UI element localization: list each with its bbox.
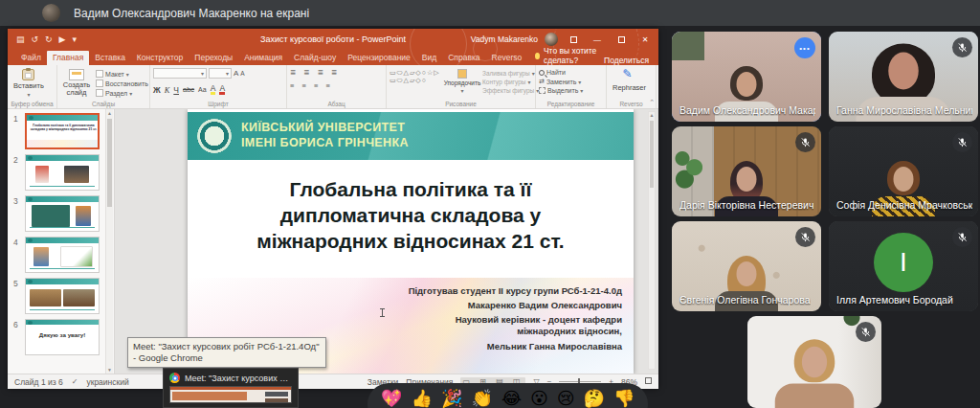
redo-icon[interactable]: ↻ [45, 29, 53, 50]
thumbnail-slide-3[interactable] [25, 195, 100, 232]
section-button[interactable]: Раздел▾ [96, 89, 148, 97]
tab-review[interactable]: Рецензирование [342, 51, 416, 65]
tab-slideshow[interactable]: Слайд-шоу [288, 51, 342, 65]
replace-button[interactable]: ⇄Заменить▾ [539, 78, 603, 85]
font-name-select[interactable]: ▾ [153, 68, 207, 79]
reaction-thumbs-down[interactable]: 👎 [613, 388, 635, 408]
participant-tile-bottom[interactable] [747, 316, 881, 408]
ribbon-options-button[interactable] [565, 32, 582, 47]
strikethrough-button[interactable]: abc [183, 85, 194, 94]
slide-canvas[interactable]: КИЇВСЬКИЙ УНІВЕРСИТЕТ ІМЕНІ БОРИСА ГРІНЧ… [188, 109, 634, 374]
save-icon[interactable]: ▤ [16, 29, 25, 50]
tab-design[interactable]: Конструктор [131, 51, 189, 65]
character-spacing-button[interactable]: Аа [198, 86, 207, 93]
tab-home[interactable]: Главная [47, 51, 89, 65]
participant-tile-melnyk[interactable]: Ганна Мирославівна Мельник [829, 32, 978, 122]
list-buttons[interactable]: ≣ ≣ ≣ ≣ [290, 68, 383, 78]
tab-reverso[interactable]: Reverso [486, 51, 528, 65]
powerpoint-window[interactable]: ▤ ↺ ↻ ▶ ▾ Захист курсової роботи - Power… [8, 29, 658, 389]
font-color-button[interactable]: А [219, 84, 225, 95]
shape-outline-button[interactable]: Контур фигуры▾ [482, 79, 532, 85]
underline-button[interactable]: Ч [173, 85, 179, 95]
reaction-cry[interactable]: 😢 [557, 388, 575, 408]
slide-thumbnails-panel[interactable]: 1 Глобальна політика та її дипломатична … [8, 109, 115, 374]
tab-transitions[interactable]: Переходы [189, 51, 238, 65]
tab-animations[interactable]: Анимация [238, 51, 288, 65]
taskbar-preview[interactable]: Meet: "Захист курсових робіт … [163, 368, 299, 408]
paste-button[interactable]: Вставить ▾ [11, 68, 47, 99]
reactions-bar[interactable]: 💖 👍 🎉 👏 😂 😮 😢 🤔 👎 [368, 383, 648, 408]
thumbnail-slide-2[interactable] [25, 154, 100, 191]
account-avatar[interactable] [545, 33, 558, 46]
select-button[interactable]: Выделить▾ [539, 87, 603, 94]
thumbnail-row[interactable]: 4 [13, 237, 114, 273]
new-slide-button[interactable]: Создать слайд [60, 68, 93, 99]
tab-insert[interactable]: Вставка [89, 51, 131, 65]
tab-view[interactable]: Вид [416, 51, 442, 65]
collapse-ribbon-icon[interactable]: ⌃ [649, 99, 655, 106]
reaction-clap[interactable]: 👏 [471, 388, 492, 408]
reaction-party[interactable]: 🎉 [441, 388, 462, 408]
thumbnail-row[interactable]: 5 [13, 278, 114, 314]
minimize-button[interactable]: — [589, 32, 606, 47]
thumbnail-row[interactable]: 6 Дякую за увагу! [13, 319, 114, 355]
arrange-button[interactable]: Упорядочить ▾ [445, 68, 479, 99]
bold-button[interactable]: Ж [153, 85, 161, 95]
undo-icon[interactable]: ↺ [32, 29, 39, 50]
layout-button[interactable]: Макет▾ [96, 70, 148, 78]
reaction-thinking[interactable]: 🤔 [583, 388, 604, 408]
shape-effects-button[interactable]: Эффекты фигуры▾ [482, 87, 532, 94]
shape-fill-button[interactable]: Заливка фигуры▾ [482, 70, 532, 77]
grow-font-button[interactable]: А [234, 69, 238, 78]
shrink-font-button[interactable]: А [240, 70, 244, 77]
qat-customize-icon[interactable]: ▾ [73, 29, 78, 50]
share-button[interactable]: Поделиться [604, 56, 658, 65]
thumbnail-row[interactable]: 3 [13, 195, 114, 232]
italic-button[interactable]: К [165, 85, 170, 95]
reset-button[interactable]: Восстановить [96, 79, 148, 87]
text-highlight-button[interactable]: А [211, 84, 216, 95]
scroll-up-icon[interactable]: ▲ [106, 110, 113, 116]
language-indicator[interactable]: украинский [86, 377, 128, 387]
find-button[interactable]: Найти [539, 69, 603, 76]
close-button[interactable]: ✕ [636, 32, 654, 47]
zoom-slider[interactable] [559, 381, 601, 382]
scroll-thumb[interactable] [650, 121, 654, 188]
rephraser-button[interactable]: Rephraser [610, 68, 649, 99]
thumbnail-row[interactable]: 1 Глобальна політика та її дипломатична … [13, 113, 114, 149]
thumbnail-slide-4[interactable] [25, 237, 100, 273]
thumbnail-row[interactable]: 2 [13, 154, 114, 191]
scroll-thumb[interactable] [107, 119, 112, 207]
reaction-surprised[interactable]: 😮 [530, 388, 548, 408]
restore-button[interactable] [612, 32, 630, 47]
participant-tile-nesterevych[interactable]: Дарія Вікторівна Нестеревич [672, 126, 821, 216]
thumbnails-scrollbar[interactable]: ▲ ▼ [105, 109, 113, 374]
slide-editing-area[interactable]: КИЇВСЬКИЙ УНІВЕРСИТЕТ ІМЕНІ БОРИСА ГРІНЧ… [115, 109, 658, 374]
participant-tile-borodai[interactable]: І Ілля Артемович Бородай [829, 221, 978, 311]
participant-tile-mrachkovska[interactable]: Софія Денисівна Мрачковська [829, 126, 978, 216]
tell-me-box[interactable]: Что вы хотите сделать? [535, 46, 604, 65]
tab-help[interactable]: Справка [442, 51, 485, 65]
slide-scrollbar[interactable]: ▲ [648, 111, 656, 370]
thumbnail-slide-5[interactable] [25, 278, 100, 314]
slide-title[interactable]: Глобальна політика та її дипломатична ск… [211, 176, 611, 254]
participant-tile-makarenko[interactable]: ••• Вадим Олександрович Макар... [672, 32, 821, 122]
thumbnail-slide-1[interactable]: Глобальна політика та її дипломатична ск… [25, 113, 100, 149]
quick-access-toolbar[interactable]: ▤ ↺ ↻ ▶ ▾ [8, 29, 77, 50]
preview-thumbnail[interactable] [169, 386, 292, 403]
tile-options-button[interactable]: ••• [794, 37, 815, 58]
tab-file[interactable]: Файл [15, 51, 47, 65]
spellcheck-icon[interactable]: ✓ [72, 377, 78, 386]
scroll-up-icon[interactable]: ▲ [650, 112, 655, 118]
scroll-down-icon[interactable]: ▼ [106, 367, 113, 373]
reaction-heart[interactable]: 💖 [381, 388, 402, 408]
start-presentation-icon[interactable]: ▶ [59, 29, 66, 50]
align-buttons[interactable]: ≡ ≡ ≡ ≡ [290, 81, 383, 91]
font-size-select[interactable]: ▾ [209, 68, 232, 79]
thumbnail-slide-6[interactable]: Дякую за увагу! [25, 319, 100, 355]
participant-tile-honcharova[interactable]: Євгенія Олегівна Гончарова [672, 221, 821, 311]
fit-to-window-icon[interactable] [645, 377, 652, 386]
reaction-laugh[interactable]: 😂 [501, 388, 522, 408]
shapes-gallery[interactable]: ▭⬭△▱◇○☆▷▭⬭△▱◇○ [390, 68, 442, 99]
reaction-thumbs-up[interactable]: 👍 [411, 388, 432, 408]
